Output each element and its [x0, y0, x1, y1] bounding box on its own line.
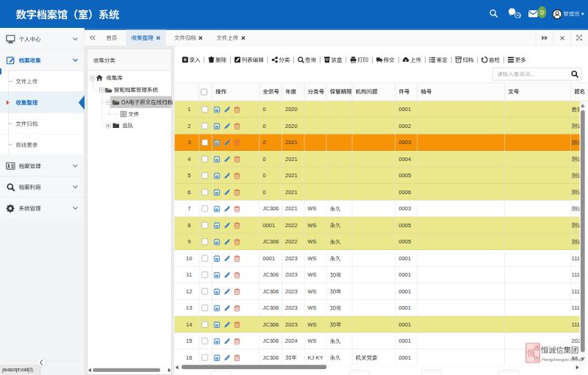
svg-text:0: 0 — [540, 9, 544, 16]
